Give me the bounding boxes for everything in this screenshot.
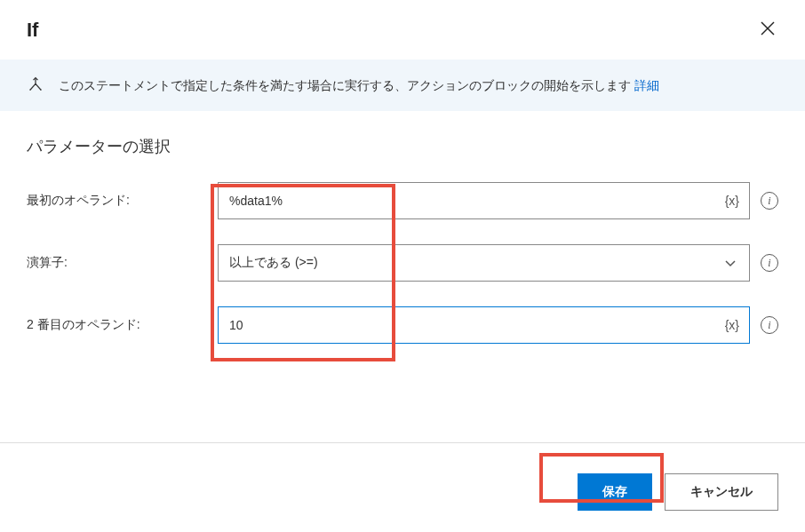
chevron-down-icon <box>724 257 737 269</box>
dialog-header: If <box>0 0 805 60</box>
section-title: パラメーターの選択 <box>27 136 778 157</box>
dialog-title: If <box>27 19 38 42</box>
close-button[interactable] <box>757 16 778 44</box>
branch-icon <box>27 76 44 94</box>
first-operand-label: 最初のオペランド: <box>27 193 200 209</box>
operator-control: 以上である (>=) i <box>218 244 778 282</box>
save-button[interactable]: 保存 <box>578 473 652 511</box>
info-icon[interactable]: i <box>761 254 778 272</box>
footer-divider <box>0 442 805 443</box>
first-operand-control: {x} i <box>218 182 778 219</box>
banner-description: このステートメントで指定した条件を満たす場合に実行する、アクションのブロックの開… <box>59 78 634 92</box>
first-operand-row: 最初のオペランド: {x} i <box>27 182 778 219</box>
operator-label: 演算子: <box>27 255 200 271</box>
dialog-footer: 保存 キャンセル <box>0 452 805 532</box>
details-link[interactable]: 詳細 <box>634 78 659 92</box>
second-operand-control: {x} i <box>218 306 778 344</box>
info-banner: このステートメントで指定した条件を満たす場合に実行する、アクションのブロックの開… <box>0 60 805 111</box>
second-operand-label: 2 番目のオペランド: <box>27 317 200 333</box>
cancel-button[interactable]: キャンセル <box>665 473 778 511</box>
second-operand-input[interactable] <box>218 306 750 344</box>
banner-text: このステートメントで指定した条件を満たす場合に実行する、アクションのブロックの開… <box>59 75 659 95</box>
params-section: パラメーターの選択 最初のオペランド: {x} i 演算子: 以上である (>=… <box>0 111 805 344</box>
first-operand-input[interactable] <box>218 182 750 219</box>
operator-dropdown[interactable]: 以上である (>=) <box>218 244 750 282</box>
second-operand-row: 2 番目のオペランド: {x} i <box>27 306 778 344</box>
close-icon <box>761 21 775 36</box>
variable-token-icon[interactable]: {x} <box>725 194 739 208</box>
info-icon[interactable]: i <box>761 316 778 334</box>
variable-token-icon[interactable]: {x} <box>725 318 739 332</box>
operator-value: 以上である (>=) <box>229 255 318 271</box>
operator-row: 演算子: 以上である (>=) i <box>27 244 778 282</box>
info-icon[interactable]: i <box>761 192 778 210</box>
